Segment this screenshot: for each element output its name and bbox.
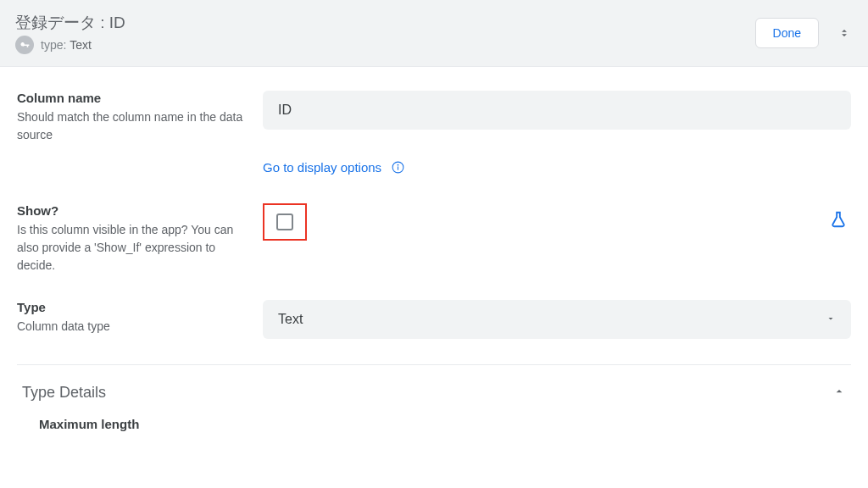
type-label: Type [17, 300, 246, 314]
max-length-row: Maximum length [17, 417, 851, 435]
chevron-up-icon [832, 385, 846, 402]
type-control: Text [263, 300, 851, 339]
type-row: Type Column data type Text [17, 300, 851, 339]
page-header: 登録データ : ID type: Text Done [0, 0, 868, 67]
show-label-group: Show? Is this column visible in the app?… [17, 203, 263, 274]
type-details-header[interactable]: Type Details [17, 380, 851, 417]
type-select[interactable]: Text [263, 300, 851, 339]
type-indicator: type: Text [41, 38, 92, 52]
display-options-link[interactable]: Go to display options [263, 160, 381, 175]
key-icon [15, 36, 34, 54]
max-length-label: Maximum length [39, 417, 268, 431]
show-checkbox[interactable] [276, 214, 293, 230]
max-length-label-group: Maximum length [39, 417, 285, 435]
flask-icon[interactable] [829, 210, 848, 229]
type-desc: Column data type [17, 318, 246, 336]
type-select-value: Text [278, 312, 303, 327]
svg-point-2 [398, 164, 398, 165]
show-row: Show? Is this column visible in the app?… [17, 203, 851, 274]
show-control [263, 203, 851, 241]
column-name-input[interactable] [263, 91, 851, 130]
type-label-group: Type Column data type [17, 300, 263, 336]
show-desc: Is this column visible in the app? You c… [17, 221, 246, 274]
done-button[interactable]: Done [755, 18, 819, 48]
display-options-row: Go to display options [263, 159, 851, 175]
info-icon[interactable] [390, 159, 405, 175]
column-name-label: Column name [17, 91, 246, 105]
header-left: 登録データ : ID type: Text [15, 12, 125, 54]
show-checkbox-highlight [263, 203, 307, 241]
reorder-icon[interactable] [836, 25, 853, 42]
header-subtitle: type: Text [15, 36, 125, 54]
column-name-desc: Should match the column name in the data… [17, 108, 246, 144]
header-actions: Done [755, 18, 853, 48]
column-name-control [263, 91, 851, 130]
section-divider [17, 364, 851, 365]
content-area: Column name Should match the column name… [0, 67, 868, 435]
show-label: Show? [17, 203, 246, 218]
column-name-row: Column name Should match the column name… [17, 91, 851, 144]
column-name-label-group: Column name Should match the column name… [17, 91, 263, 144]
type-details-title: Type Details [22, 384, 106, 402]
page-title: 登録データ : ID [15, 12, 125, 34]
chevron-down-icon [826, 312, 836, 327]
